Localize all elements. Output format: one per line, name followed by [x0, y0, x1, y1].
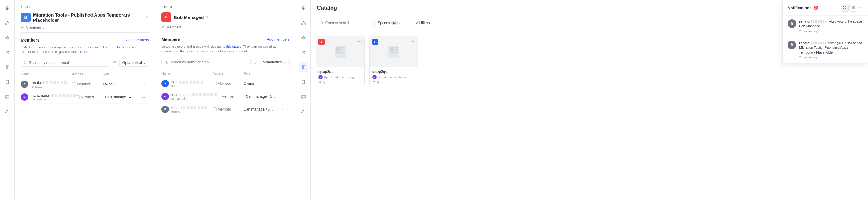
- filter-icon-1[interactable]: [113, 61, 117, 65]
- card-menu-2[interactable]: ···: [412, 39, 416, 45]
- more-btn[interactable]: ···: [282, 94, 286, 99]
- svg-rect-26: [341, 49, 344, 50]
- card-title-1: qsop2qc: [318, 69, 362, 74]
- svg-rect-43: [843, 8, 844, 9]
- col-role-1: Role: [103, 72, 141, 76]
- role-dropdown[interactable]: ⌄: [115, 83, 118, 86]
- back-link-2[interactable]: ‹ Back: [161, 5, 290, 9]
- catalog-pages-icon[interactable]: [299, 62, 308, 72]
- card-title-2: qsop2qc: [372, 69, 416, 74]
- spaces-filter-btn[interactable]: Spaces All ⌄: [374, 19, 405, 27]
- table-row: R renato renato... Member Can manage +5: [161, 103, 290, 116]
- search-input-1[interactable]: [29, 61, 107, 65]
- svg-point-3: [6, 110, 7, 111]
- sort-select-2[interactable]: Alphabetical ⌄: [260, 58, 290, 66]
- search-box-2[interactable]: [161, 58, 251, 66]
- catalog-rocket-icon[interactable]: [299, 4, 308, 13]
- svg-rect-41: [843, 6, 844, 7]
- search-icon-1: [24, 61, 27, 65]
- catalog-card[interactable]: B ··· qsop2qc M Updated 4 minutes ago 0: [369, 36, 418, 87]
- svg-point-7: [22, 27, 23, 28]
- members-title-2: Members: [161, 37, 180, 42]
- svg-rect-24: [336, 48, 340, 51]
- card-badge-1: A: [318, 39, 324, 45]
- catalog-chat-icon[interactable]: [299, 92, 308, 102]
- svg-point-0: [7, 8, 8, 9]
- catalog-search-box[interactable]: [317, 19, 372, 27]
- avatar: M: [21, 93, 28, 101]
- members-title-1: Members: [21, 38, 39, 42]
- more-btn[interactable]: ···: [282, 107, 286, 112]
- members-table-2: Name Access Role b bob bob...: [161, 70, 290, 116]
- svg-point-8: [23, 27, 24, 28]
- bookmark-icon[interactable]: [2, 77, 12, 87]
- notif-grid-btn[interactable]: [841, 4, 849, 11]
- people-icon[interactable]: [2, 107, 12, 116]
- search-input-2[interactable]: [169, 60, 248, 64]
- catalog-area: Catalog: [296, 0, 868, 199]
- svg-rect-25: [341, 48, 344, 48]
- col-access-1: Access: [72, 72, 103, 76]
- views-icon-1: [318, 81, 322, 84]
- space-icon-1: M: [21, 12, 31, 22]
- notif-time-1: 2 minutes ago: [799, 30, 863, 33]
- chat-icon[interactable]: [2, 92, 12, 102]
- notifications-badge: 2: [813, 6, 818, 10]
- catalog-search-input[interactable]: [326, 21, 369, 25]
- notif-avatar-2: R: [787, 41, 796, 49]
- role-dropdown[interactable]: ⌄: [132, 95, 135, 99]
- home-icon[interactable]: [2, 18, 12, 28]
- rocket-icon[interactable]: [2, 4, 12, 13]
- role-dropdown[interactable]: ⌄: [273, 95, 276, 98]
- col-name-1: Name: [21, 72, 72, 76]
- card-thumb-icon: [333, 45, 347, 59]
- table-row: b bob bob... Member Owner ⌄: [161, 78, 290, 90]
- search-box-1[interactable]: [21, 59, 110, 67]
- svg-rect-33: [390, 48, 394, 51]
- catalog-bookmark-icon[interactable]: [299, 77, 308, 87]
- filter-icon-2[interactable]: [253, 60, 257, 64]
- members-tab-2[interactable]: Members ⌄: [161, 25, 290, 32]
- svg-text:M: M: [25, 16, 27, 19]
- role-dropdown[interactable]: ⌄: [271, 108, 273, 111]
- pages-icon[interactable]: [2, 62, 12, 72]
- space-icon-2: B: [161, 12, 171, 22]
- card-avatar-2: M: [372, 75, 376, 79]
- notifications-more-btn[interactable]: ···: [859, 5, 863, 10]
- back-link-1[interactable]: ‹ Back: [21, 5, 149, 9]
- filter-icon-catalog: [411, 21, 415, 25]
- notif-avatar-1: R: [787, 19, 796, 28]
- svg-point-4: [8, 110, 9, 111]
- sort-select-1[interactable]: Alphabetical ⌄: [119, 59, 149, 67]
- catalog-star-icon[interactable]: [299, 33, 308, 43]
- svg-point-40: [374, 82, 374, 83]
- history-icon[interactable]: [2, 48, 12, 58]
- add-members-button-2[interactable]: Add members: [267, 37, 290, 41]
- role-dropdown[interactable]: ⌄: [256, 82, 258, 85]
- svg-rect-35: [395, 49, 398, 50]
- more-btn[interactable]: ···: [141, 82, 145, 87]
- edit-icon-1[interactable]: ✎: [146, 15, 149, 20]
- add-members-button-1[interactable]: Add members: [126, 38, 149, 42]
- notif-list-btn[interactable]: [849, 4, 857, 11]
- card-menu-1[interactable]: ···: [358, 39, 362, 45]
- svg-point-17: [302, 110, 304, 111]
- more-btn[interactable]: ···: [142, 94, 145, 100]
- catalog-history-icon[interactable]: [299, 48, 308, 58]
- svg-rect-44: [845, 8, 846, 9]
- table-row: M mariamaria- mariamaria... Member Can m…: [161, 90, 290, 103]
- star-icon[interactable]: [2, 33, 12, 43]
- members-desc-2: Listed are users and groups with access …: [161, 45, 290, 54]
- catalog-people-icon[interactable]: [299, 107, 308, 116]
- all-filters-btn[interactable]: All filters: [408, 19, 433, 27]
- catalog-card[interactable]: A ··· qsop2qc M Updated 4 minutes ago 0: [316, 36, 365, 87]
- members-tab-1[interactable]: Members ⌄: [21, 26, 149, 32]
- catalog-home-icon[interactable]: [299, 18, 308, 28]
- svg-rect-34: [395, 48, 398, 48]
- more-btn[interactable]: ···: [282, 81, 286, 86]
- avatar: R: [161, 106, 169, 113]
- card-badge-2: B: [372, 39, 378, 45]
- panel-bob-managed: ‹ Back B Bob Managed ✎ Members ⌄ Members…: [155, 0, 296, 199]
- catalog-search-icon: [320, 21, 323, 25]
- edit-icon-2[interactable]: ✎: [206, 15, 209, 19]
